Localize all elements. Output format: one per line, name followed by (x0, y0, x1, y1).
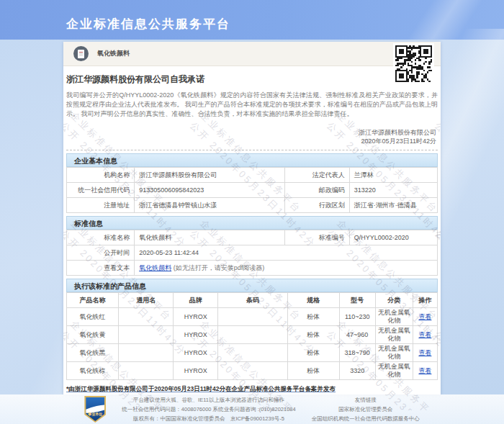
column-header: 规格 (287, 293, 339, 308)
product-category: 无机金属氧化物 (375, 344, 413, 362)
column-header: 产品名称 (67, 293, 119, 308)
page-footer: 事业单位 平台建议使用火狐、谷歌、IE11以上版本浏览器进行访问和操作 统一社会… (0, 394, 504, 424)
column-header: 型号 (339, 293, 375, 308)
product-category: 无机金属氧化物 (375, 326, 413, 344)
table-row: 注册地址 浙江省德清县钟管镇山水漾 行政区划 浙江省·湖州市·德清县 (67, 198, 438, 213)
field-value: Q/HYYL0002-2020 (349, 230, 437, 245)
product-name: 氧化铁黑 (67, 344, 119, 362)
view-link[interactable]: 查看 (418, 331, 431, 338)
product-model: 47~960 (339, 326, 375, 344)
field-label: 查看文本 (67, 261, 135, 276)
main-card: 氧化铁颜料 浙江华源颜料股份有限公司自我承诺 我司编写并公开的Q/HYYL000… (63, 42, 441, 394)
footer-links-column: 友情链接 国家标准化管理委员会 全国组织机构统一社会信用代码数据服务中心 (312, 395, 420, 423)
product-spec: 粉体 (287, 344, 339, 362)
products-table: 产品名称 通用名 品牌 条码 规格 型号 分类 操作 氧化铁红 HYROX 粉体… (66, 292, 438, 380)
product-barcode (218, 308, 287, 326)
standard-pdf-link[interactable]: 氧化铁颜料 (139, 264, 171, 271)
product-model: 318~790 (339, 344, 375, 362)
standard-badge-label: 氧化铁颜料 (97, 49, 130, 58)
badge-label: 事业单位 (84, 412, 106, 416)
field-value: 浙江省·湖州市·德清县 (349, 198, 437, 213)
table-row: 氧化铁红 HYROX 粉体 110~230 无机金属氧化物 查看 (67, 308, 438, 326)
product-name: 氧化铁红 (67, 308, 119, 326)
product-brand: HYROX (174, 326, 218, 344)
site-title: 企业标准信息公共服务平台 (66, 16, 230, 32)
section-products: 执行该标准的产品信息 (66, 279, 438, 292)
product-barcode (218, 362, 287, 380)
qr-code (393, 43, 434, 84)
field-label: 行政区划 (284, 198, 349, 213)
footer-links-title: 友情链接 (312, 395, 420, 405)
divider (66, 150, 438, 150)
field-value: 氧化铁颜料 (135, 230, 284, 245)
standard-text-cell: 氧化铁颜料 (如无法打开，请安装pdf阅读器) (135, 261, 438, 276)
footer-line: 平台建议使用火狐、谷歌、IE11以上版本浏览器进行访问和操作 (122, 395, 295, 405)
field-label: 注册地址 (67, 198, 135, 213)
column-header: 分类 (375, 293, 413, 308)
product-model: 110~230 (339, 308, 375, 326)
section-basic-info: 企业基本信息 (66, 153, 438, 167)
view-link[interactable]: 查看 (418, 367, 431, 374)
section-standard-info: 标准信息 (66, 216, 438, 230)
table-row: 机构名称 浙江华源颜料股份有限公司 法定代表人 兰潭林 (67, 168, 438, 183)
product-generic (119, 362, 174, 380)
government-badge-icon[interactable]: 事业单位 (84, 396, 106, 423)
product-name: 氧化铁棕 (67, 362, 119, 380)
footer-line: 版权所有：中国国家标准化管理委员会 京ICP备09001239号-5 (122, 414, 295, 423)
field-label: 法定代表人 (284, 168, 349, 183)
product-brand: HYROX (174, 362, 218, 380)
document-icon (73, 46, 89, 61)
column-header: 品牌 (174, 293, 218, 308)
view-link[interactable]: 查看 (418, 313, 431, 320)
field-value: 兰潭林 (349, 168, 437, 183)
field-value: 2020-05-23 11:42:44 (135, 245, 438, 261)
basic-info-table: 机构名称 浙江华源颜料股份有限公司 法定代表人 兰潭林 统一社会信用代码 913… (66, 167, 438, 213)
product-category: 无机金属氧化物 (375, 362, 413, 380)
table-header-row: 产品名称 通用名 品牌 条码 规格 型号 分类 操作 (67, 293, 438, 308)
table-row: 公开时间 2020-05-23 11:42:44 (67, 245, 438, 261)
product-category: 无机金属氧化物 (375, 308, 413, 326)
footer-link-sac[interactable]: 国家标准化管理委员会 (312, 405, 420, 414)
field-value: 浙江华源颜料股份有限公司 (135, 168, 284, 183)
view-link[interactable]: 查看 (418, 349, 431, 356)
pdf-hint: (如无法打开，请安装pdf阅读器) (174, 264, 265, 271)
column-header: 条码 (218, 293, 287, 308)
product-spec: 粉体 (287, 308, 339, 326)
column-header: 通用名 (119, 293, 174, 308)
product-barcode (218, 344, 287, 362)
field-label: 标准名称 (67, 230, 135, 245)
page-title: 浙江华源颜料股份有限公司自我承诺 (66, 73, 438, 86)
signature-company: 浙江华源颜料股份有限公司 (66, 128, 436, 137)
product-generic (119, 308, 174, 326)
banner-streak (340, 0, 504, 40)
signature-datetime: 2020年05月23日11时42分 (66, 137, 436, 145)
table-row: 氧化铁黄 HYROX 粉体 47~960 无机金属氧化物 查看 (67, 326, 438, 344)
top-banner: 企业标准信息公共服务平台 (0, 0, 504, 40)
field-label: 邮政编码 (284, 183, 349, 198)
table-row: 氧化铁黑 HYROX 粉体 318~790 无机金属氧化物 查看 (67, 344, 438, 362)
footer-link-uscc[interactable]: 全国组织机构统一社会信用代码数据服务中心 (312, 414, 420, 423)
product-brand: HYROX (174, 308, 218, 326)
publish-note: *由浙江华源颜料股份有限公司于2020年05月23日11时42分在企业产品标准公… (66, 385, 438, 394)
product-generic (119, 326, 174, 344)
product-model: 3320 (339, 362, 375, 380)
footer-info-column: 平台建议使用火狐、谷歌、IE11以上版本浏览器进行访问和操作 统一社会信用代码问… (122, 395, 295, 423)
product-generic (119, 344, 174, 362)
card-header-strip: 氧化铁颜料 (63, 42, 441, 66)
field-value: 浙江省德清县钟管镇山水漾 (135, 198, 284, 213)
signature-block: 浙江华源颜料股份有限公司 2020年05月23日11时42分 (66, 128, 438, 145)
product-spec: 粉体 (287, 362, 339, 380)
field-label: 统一社会信用代码 (67, 183, 135, 198)
field-value: 913305006095842023 (135, 183, 284, 198)
table-row: 查看文本 氧化铁颜料 (如无法打开，请安装pdf阅读器) (67, 261, 438, 276)
field-label: 公开时间 (67, 245, 135, 261)
product-name: 氧化铁黄 (67, 326, 119, 344)
table-row: 标准名称 氧化铁颜料 标准编号 Q/HYYL0002-2020 (67, 230, 438, 245)
table-row: 氧化铁棕 HYROX 粉体 3320 无机金属氧化物 查看 (67, 362, 438, 380)
product-spec: 粉体 (287, 326, 339, 344)
footer-line: 统一社会信用代码问题：4008076000 系统业务问题咨询 :(010)820… (122, 405, 295, 414)
declaration-text: 我司编写并公开的Q/HYYL0002-2020《氧化铁颜料》规定的内容符合国家有… (66, 91, 438, 119)
table-row: 统一社会信用代码 913305006095842023 邮政编码 313220 (67, 183, 438, 198)
field-label: 标准编号 (284, 230, 349, 245)
product-brand: HYROX (174, 344, 218, 362)
